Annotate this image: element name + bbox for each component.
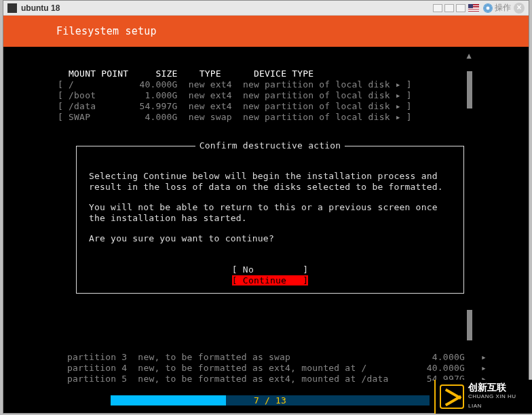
progress-text: 7 / 13 bbox=[111, 395, 430, 406]
close-icon[interactable]: × bbox=[514, 3, 525, 14]
titlebar-control-1[interactable] bbox=[433, 4, 442, 12]
scroll-up-arrow[interactable]: ▲ bbox=[467, 51, 472, 60]
no-button[interactable]: [ No ] bbox=[232, 264, 308, 275]
watermark-en: CHUANG XIN HU LIAN bbox=[468, 392, 528, 411]
table-row[interactable]: [ /data 54.997G new ext4 new partition o… bbox=[58, 101, 412, 111]
partition-table: MOUNT POINT SIZE TYPE DEVICE TYPE [ / 40… bbox=[58, 58, 529, 134]
titlebar-control-3[interactable] bbox=[456, 4, 466, 12]
list-item[interactable]: partition 3 new, to be formatted as swap… bbox=[67, 352, 487, 362]
page-title: Filesystem setup bbox=[3, 16, 529, 47]
dialog-title: Confirm destructive action bbox=[195, 140, 345, 151]
watermark-cn: 创新互联 bbox=[468, 382, 528, 392]
dialog-text-1: Selecting Continue below will begin the … bbox=[89, 171, 451, 193]
table-row[interactable]: [ / 40.000G new ext4 new partition of lo… bbox=[58, 79, 412, 90]
scrollbar-top[interactable] bbox=[467, 71, 472, 108]
watermark: 创新互联 CHUANG XIN HU LIAN bbox=[434, 380, 532, 414]
confirm-dialog: Confirm destructive action Selecting Con… bbox=[76, 146, 464, 294]
action-label[interactable]: 操作 bbox=[495, 2, 511, 14]
list-item[interactable]: partition 4 new, to be formatted as ext4… bbox=[67, 363, 487, 373]
window-titlebar: ubuntu 18 操作 × bbox=[3, 1, 529, 16]
table-row[interactable]: [ /boot 1.000G new ext4 new partition of… bbox=[58, 90, 412, 100]
table-row[interactable]: [ SWAP 4.000G new swap new partition of … bbox=[58, 112, 412, 122]
list-item[interactable]: partition 5 new, to be formatted as ext4… bbox=[67, 374, 487, 384]
scrollbar-lower[interactable] bbox=[467, 310, 472, 340]
titlebar-control-2[interactable] bbox=[444, 4, 454, 12]
vm-icon bbox=[7, 3, 17, 13]
dialog-text-3: Are you sure you want to continue? bbox=[89, 233, 451, 244]
dialog-text-2: You will not be able to return to this o… bbox=[89, 202, 451, 224]
watermark-logo-icon bbox=[440, 384, 464, 409]
gear-icon[interactable] bbox=[483, 3, 493, 13]
continue-button[interactable]: [ Continue ] bbox=[232, 275, 308, 285]
us-flag-icon[interactable] bbox=[468, 4, 479, 12]
window-title: ubuntu 18 bbox=[21, 3, 60, 13]
